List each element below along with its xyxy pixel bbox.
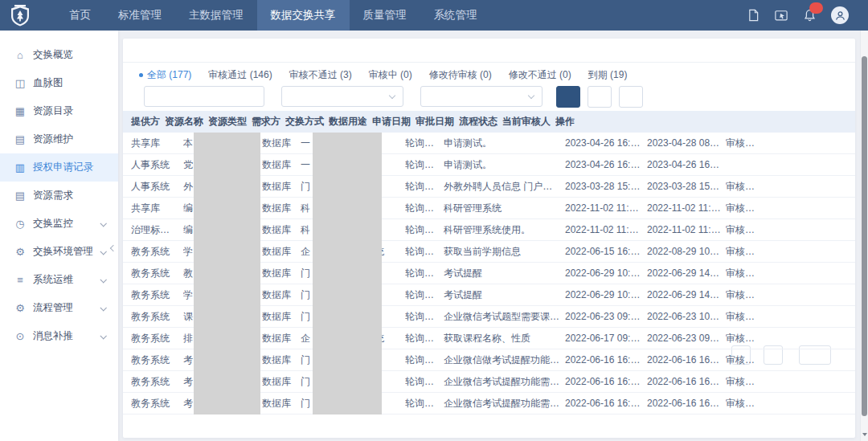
sidebar-item-resource-maintenance[interactable]: ▤ 资源维护 xyxy=(0,125,118,153)
clock-monitor-icon: ◷ xyxy=(14,218,26,230)
cell-status: 审核完成 xyxy=(726,202,764,215)
sidebar-item-system-operations[interactable]: ≡ 系统运维 xyxy=(0,266,118,294)
cell-resource-type: 数据库 xyxy=(262,310,301,324)
sidebar-item-label: 交换环境管理 xyxy=(33,245,93,259)
document-icon: ▤ xyxy=(14,133,26,145)
nav-home[interactable]: 首页 xyxy=(55,0,104,31)
cell-resource-type: 数据库 xyxy=(262,223,301,237)
cell-apply-date: 2023-04-26 16:12:45 xyxy=(565,159,647,170)
sidebar-item-authorization-request-records[interactable]: ▥ 授权申请记录 xyxy=(0,153,118,182)
top-navbar: 首页 标准管理 主数据管理 数据交换共享 质量管理 系统管理 xyxy=(0,0,868,31)
column-header: 当前审核人 xyxy=(502,115,555,129)
card-header xyxy=(123,39,855,63)
filter-tab[interactable]: 修改待审核 (0) xyxy=(429,68,492,82)
cell-provider: 教务系统 xyxy=(131,310,183,324)
chevron-down-icon xyxy=(100,276,106,283)
notification-bell-icon[interactable] xyxy=(803,9,816,22)
cell-resource-type: 数据库 xyxy=(262,353,301,367)
column-header: 交换方式 xyxy=(285,115,329,129)
cell-apply-date: 2022-06-17 09:53:05 xyxy=(565,333,647,344)
navbar-right xyxy=(747,0,868,31)
user-avatar[interactable] xyxy=(831,6,849,24)
cell-resource-type: 数据库 xyxy=(262,267,301,280)
cell-apply-date: 2022-06-23 09:53:36 xyxy=(565,311,647,322)
cell-exchange-mode: 轮询交换 xyxy=(405,158,444,172)
filter-tab-label: 审核不通过 (3) xyxy=(289,68,352,82)
cell-approve-date: 2022-06-29 14:12:17 xyxy=(647,267,726,279)
cell-status: 审核完成 xyxy=(726,267,764,280)
cell-exchange-mode: 轮询交换 xyxy=(405,375,444,389)
cell-approve-date: 2023-03-28 15:30:31 xyxy=(647,181,726,192)
nav-system-management[interactable]: 系统管理 xyxy=(420,0,491,31)
filter-tab[interactable]: 到期 (19) xyxy=(588,68,628,82)
cell-exchange-mode: 轮询交换 xyxy=(405,397,444,410)
sidebar-item-message-repush[interactable]: ⊙ 消息补推 xyxy=(0,322,118,350)
table-header-row: 提供方 资源名称 资源类型 需求方 交换方式 数据用途 申请日期 审批日期 流程… xyxy=(123,111,855,133)
filter-tab[interactable]: 审核中 (0) xyxy=(369,68,412,82)
app-window: 首页 标准管理 主数据管理 数据交换共享 质量管理 系统管理 xyxy=(0,0,868,441)
sidebar-item-label: 资源目录 xyxy=(33,104,73,118)
cell-exchange-mode: 轮询交换 xyxy=(405,180,444,194)
scrollbar-down-arrow-icon[interactable] xyxy=(862,433,867,439)
cell-data-usage: 考试提醒 xyxy=(444,288,565,302)
export-excel-button[interactable] xyxy=(619,86,643,108)
nav-quality-management[interactable]: 质量管理 xyxy=(350,0,420,31)
sidebar-item-lineage-map[interactable]: ◫ 血脉图 xyxy=(0,69,118,97)
nav-standard-management[interactable]: 标准管理 xyxy=(104,0,175,31)
nav-master-data-management[interactable]: 主数据管理 xyxy=(175,0,257,31)
cell-exchange-mode: 轮询交换 xyxy=(405,202,444,215)
sidebar-item-label: 流程管理 xyxy=(33,301,73,315)
cell-exchange-mode: 轮询交换 xyxy=(405,310,444,324)
consumer-system-select[interactable] xyxy=(420,86,542,107)
cell-approve-date: 2022-06-29 14:11:25 xyxy=(647,289,726,300)
chevron-down-icon xyxy=(389,92,395,99)
cell-apply-date: 2022-06-16 16:31:28 xyxy=(565,398,647,409)
cell-data-usage: 企业微信考试提醒功能需要获取考... xyxy=(444,375,565,389)
sidebar-item-exchange-monitoring[interactable]: ◷ 交换监控 xyxy=(0,210,118,238)
nav-data-exchange-sharing[interactable]: 数据交换共享 xyxy=(257,0,350,31)
file-demand-icon: ▤ xyxy=(14,190,26,202)
notification-badge xyxy=(809,2,823,14)
cell-apply-date: 2022-11-02 11:27:25 xyxy=(565,202,647,214)
resource-name-input[interactable] xyxy=(144,86,264,107)
university-logo xyxy=(0,0,55,31)
cell-resource-type: 数据库 xyxy=(262,202,301,215)
column-header: 数据用途 xyxy=(329,115,372,129)
cell-resource-type: 数据库 xyxy=(262,397,301,410)
chevron-down-icon xyxy=(100,304,106,311)
cell-resource-type: 数据库 xyxy=(262,288,301,302)
scrollbar-thumb[interactable] xyxy=(862,56,867,416)
file-record-icon: ▥ xyxy=(14,161,26,174)
sidebar-item-resource-catalog[interactable]: ▦ 资源目录 xyxy=(0,97,118,125)
cell-approve-date: 2022-06-16 16:32:51 xyxy=(647,354,726,365)
chevron-down-icon xyxy=(100,333,106,339)
search-button[interactable] xyxy=(556,86,580,108)
redaction-overlay xyxy=(313,133,382,414)
cell-exchange-mode: 轮询交换 xyxy=(405,267,444,280)
filter-tab[interactable]: 全部 (177) xyxy=(139,68,191,82)
screen-share-icon[interactable] xyxy=(775,9,788,22)
filter-tab-label: 全部 (177) xyxy=(147,68,191,82)
filter-tab[interactable]: 审核不通过 (3) xyxy=(289,68,352,82)
sidebar-item-exchange-environment[interactable]: ⚙ 交换环境管理 xyxy=(0,238,118,266)
sidebar-item-process-management[interactable]: ⚙ 流程管理 xyxy=(0,294,118,322)
cell-provider: 教务系统 xyxy=(131,397,183,410)
document-icon[interactable] xyxy=(747,9,760,22)
cell-status: 审核完成 xyxy=(726,397,764,410)
sidebar-item-resource-demand[interactable]: ▤ 资源需求 xyxy=(0,182,118,210)
chevron-down-icon xyxy=(528,92,534,99)
reset-button[interactable] xyxy=(588,86,612,108)
lineage-map-icon: ◫ xyxy=(14,77,26,89)
provider-system-select[interactable] xyxy=(281,86,403,107)
cell-apply-date: 2023-04-26 16:16:16 xyxy=(565,137,647,149)
authorization-records-card: 全部 (177) 审核通过 (146) 审核不通过 (3) 审核中 (0) 修改… xyxy=(123,39,855,438)
filter-tab[interactable]: 修改不通过 (0) xyxy=(509,68,571,82)
vertical-scrollbar[interactable] xyxy=(860,31,868,441)
filter-tab-label: 到期 (19) xyxy=(588,68,628,82)
cell-status: 审核完成 xyxy=(726,245,764,259)
cell-exchange-mode: 轮询交换 xyxy=(405,245,444,259)
filter-tab[interactable]: 审核通过 (146) xyxy=(208,68,272,82)
filter-tab-label: 审核中 (0) xyxy=(369,68,412,82)
sidebar-item-exchange-overview[interactable]: ⌂ 交换概览 xyxy=(0,41,118,69)
column-header: 资源名称 xyxy=(165,115,208,129)
